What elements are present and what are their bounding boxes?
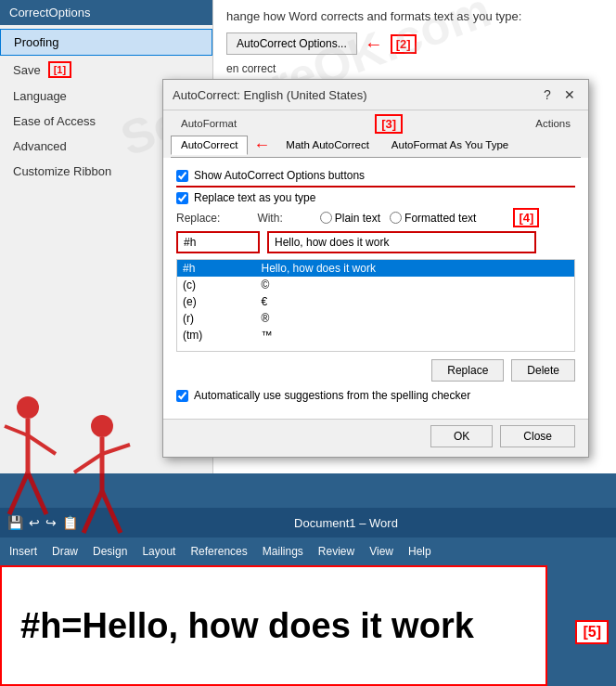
ribbon-help[interactable]: Help — [408, 545, 431, 558]
annotation-1: [1] — [48, 61, 71, 78]
table-row[interactable]: (c) © — [177, 277, 574, 293]
replace-label-text: Replace text as you type — [194, 191, 315, 204]
dialog-title: AutoCorrect: English (United States) — [173, 88, 367, 102]
ribbon-references[interactable]: References — [190, 545, 247, 558]
svg-line-5 — [28, 472, 46, 514]
replace-header-divider — [176, 186, 575, 188]
svg-point-0 — [17, 396, 39, 419]
red-figure-decoration — [0, 380, 148, 565]
table-row[interactable]: (tm) ™ — [177, 327, 574, 343]
dialog-help-button[interactable]: ? — [538, 85, 557, 104]
plain-text-radio-label: Plain text — [320, 212, 380, 225]
replace-button[interactable]: Replace — [431, 359, 504, 382]
replace-inputs-row — [176, 231, 575, 253]
svg-line-10 — [83, 491, 102, 533]
auto-suggest-checkbox[interactable] — [176, 390, 188, 402]
dialog-action-row: Replace Delete — [176, 359, 575, 382]
autocorrect-options-row: AutoCorrect Options... ← [2] — [226, 32, 603, 55]
sidebar-item-proofing[interactable]: Proofing — [0, 29, 212, 56]
svg-line-3 — [28, 435, 56, 454]
auto-suggest-label: Automatically use suggestions from the s… — [194, 389, 470, 402]
autocorrect-options-button[interactable]: AutoCorrect Options... — [226, 32, 357, 55]
tabs-row2: AutoCorrect ← Math AutoCorrect AutoForma… — [171, 136, 581, 158]
tabs-row1: AutoFormat [3] Actions — [171, 114, 581, 134]
result-box: #h=Hello, how does it work — [0, 565, 547, 686]
dialog-body: Show AutoCorrect Options buttons Replace… — [163, 158, 588, 419]
table-row[interactable]: (e) € — [177, 293, 574, 310]
tab-autoformat[interactable]: AutoFormat — [171, 114, 247, 134]
svg-line-4 — [9, 472, 28, 514]
delete-button[interactable]: Delete — [511, 359, 575, 382]
svg-point-6 — [91, 415, 113, 437]
replace-input[interactable] — [176, 231, 260, 253]
formatted-text-radio[interactable] — [390, 212, 402, 224]
replace-col: Replace: — [176, 212, 220, 225]
table-row[interactable]: #h Hello, how does it work — [177, 260, 574, 277]
svg-line-8 — [74, 454, 102, 472]
ribbon-review[interactable]: Review — [318, 545, 354, 558]
table-row[interactable]: ... … — [177, 343, 574, 352]
annotation-2: [2] — [391, 34, 417, 54]
ribbon-mailings[interactable]: Mailings — [263, 545, 303, 558]
word-options-title: CorrectOptions — [0, 0, 212, 25]
replace-checkbox[interactable] — [176, 192, 188, 204]
svg-line-2 — [5, 426, 28, 435]
result-text: #h=Hello, how does it work — [20, 606, 474, 646]
tab-math-autocorrect[interactable]: Math AutoCorrect — [276, 136, 379, 155]
tabs-container: AutoFormat [3] Actions AutoCorrect ← Mat… — [163, 110, 588, 158]
annotation-5: [5] — [575, 620, 609, 644]
tab-autoformat-as-you-type[interactable]: AutoFormat As You Type — [381, 136, 519, 155]
replace-columns-header: Replace: With: Plain text Formatted text… — [176, 208, 575, 227]
taskbar-title: Document1 – Word — [83, 516, 609, 530]
replace-table-wrapper[interactable]: #h Hello, how does it work (c) © (e) € (… — [176, 259, 575, 352]
svg-line-11 — [102, 491, 121, 533]
arrow-right-icon: ← — [365, 33, 383, 55]
show-buttons-checkbox[interactable] — [176, 170, 188, 182]
tab-autocorrect[interactable]: AutoCorrect — [171, 136, 248, 155]
dialog-titlebar: AutoCorrect: English (United States) ? ✕ — [163, 80, 588, 110]
dialog-controls: ? ✕ — [538, 85, 579, 104]
dialog-footer: OK Close — [163, 419, 588, 457]
show-buttons-checkbox-row: Show AutoCorrect Options buttons — [176, 169, 575, 182]
auto-suggest-row: Automatically use suggestions from the s… — [176, 389, 575, 402]
close-button[interactable]: Close — [500, 425, 575, 447]
formatted-text-radio-label: Formatted text — [390, 212, 476, 225]
annotation-3: [3] — [375, 114, 403, 134]
with-col: With: — [257, 212, 282, 225]
ok-button[interactable]: OK — [430, 425, 493, 447]
replace-table: #h Hello, how does it work (c) © (e) € (… — [177, 260, 574, 352]
autocorrect-dialog: AutoCorrect: English (United States) ? ✕… — [162, 79, 589, 458]
show-buttons-label: Show AutoCorrect Options buttons — [194, 169, 365, 182]
tab-actions[interactable]: Actions — [525, 114, 581, 134]
dialog-close-button[interactable]: ✕ — [560, 85, 579, 104]
arrow-left-annotation3: ← — [253, 136, 270, 155]
table-row[interactable]: (r) ® — [177, 310, 574, 327]
ribbon-view[interactable]: View — [369, 545, 393, 558]
with-input[interactable] — [267, 231, 536, 253]
annotation-4: [4] — [513, 208, 539, 227]
svg-line-9 — [102, 445, 130, 454]
plain-text-radio[interactable] — [320, 212, 332, 224]
radio-group: Plain text Formatted text — [320, 212, 477, 225]
replace-checkbox-row: Replace text as you type — [176, 191, 575, 204]
main-subtitle: hange how Word corrects and formats text… — [226, 9, 603, 23]
